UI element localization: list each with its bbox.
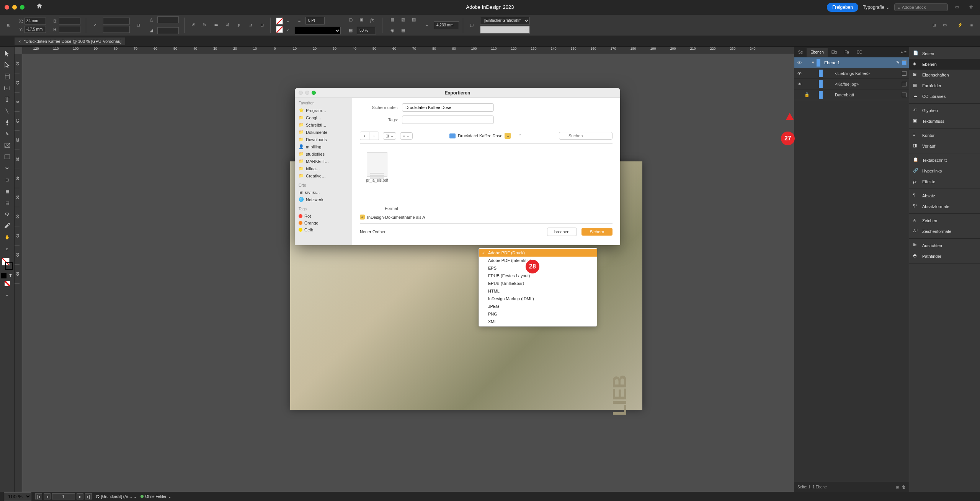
flip-icon2[interactable]: ⊿ xyxy=(246,21,255,30)
layer-root[interactable]: 👁 ▾ Ebene 1 ✎ xyxy=(794,57,909,68)
tab-cc[interactable]: CC xyxy=(853,48,866,57)
sidebar-network[interactable]: 🌐Netzwerk xyxy=(299,196,348,203)
gradient-swatch-tool-icon[interactable]: ▦ xyxy=(2,186,13,197)
screen-mode-icon[interactable]: ▭ xyxy=(940,21,949,30)
first-page-icon[interactable]: |◂ xyxy=(35,493,42,499)
line-tool-icon[interactable]: ╲ xyxy=(2,106,13,116)
pen-tool-icon[interactable] xyxy=(2,117,13,128)
sidebar-studiofiles[interactable]: 📁studiofiles xyxy=(299,150,348,158)
gap-tool-icon[interactable]: |↔| xyxy=(2,83,13,93)
flip-h-icon[interactable]: ⇋ xyxy=(211,21,220,30)
sidebar-google[interactable]: 📁Googl… xyxy=(299,114,348,121)
tags-input[interactable] xyxy=(402,115,494,124)
quick-apply-icon[interactable]: ⚡ xyxy=(956,21,965,30)
tag-yellow[interactable]: Gelb xyxy=(299,226,348,233)
settings-icon[interactable]: ✿ xyxy=(966,3,975,12)
color-profile-dropdown[interactable]: 🗘 [Grundprofil] (Ar… ⌄ xyxy=(96,494,137,499)
textwrap2-icon[interactable]: ▣ xyxy=(357,15,366,24)
fit-icon3[interactable]: ▨ xyxy=(409,15,418,24)
flip-v-icon[interactable]: ⇵ xyxy=(223,21,232,30)
constrain-icon[interactable]: ⊟ xyxy=(134,21,143,30)
group-dropdown[interactable]: ≡ ⌄ xyxy=(400,132,412,140)
shear-input[interactable] xyxy=(157,27,179,34)
forward-icon[interactable]: › xyxy=(369,132,379,140)
corner-icon[interactable]: ⌐ xyxy=(422,21,431,30)
format-option-epub-fixed[interactable]: EPUB (Festes Layout) xyxy=(479,272,597,280)
stroke-style-dropdown[interactable] xyxy=(295,27,341,34)
sidebar-desktop[interactable]: 📁Schreibti… xyxy=(299,121,348,129)
prev-page-icon[interactable]: ◂ xyxy=(44,493,51,499)
stroke-swatch-icon[interactable] xyxy=(276,26,283,33)
sidebar-user[interactable]: 👤m.pilling xyxy=(299,143,348,150)
format-option-html[interactable]: HTML xyxy=(479,287,597,295)
stroke-weight-input[interactable] xyxy=(305,17,325,24)
p-icon[interactable]: P xyxy=(234,21,243,30)
panel-ebenen[interactable]: ◈Ebenen xyxy=(909,59,980,70)
layer-target-icon[interactable] xyxy=(902,60,906,65)
dialog-minimize-icon[interactable] xyxy=(305,91,309,95)
page-tool-icon[interactable] xyxy=(2,71,13,82)
scale-icon[interactable]: ↗ xyxy=(90,21,99,30)
tab-pages[interactable]: Se xyxy=(794,48,807,57)
fit-icon1[interactable]: ▦ xyxy=(388,15,397,24)
adobe-stock-search[interactable]: ⌕ Adobe Stock xyxy=(894,3,948,11)
rotate-ccw-icon[interactable]: ↺ xyxy=(188,21,198,30)
select-container-icon[interactable]: ⊞ xyxy=(257,21,266,30)
sidebar-documents[interactable]: 📁Dokumente xyxy=(299,129,348,136)
h-input[interactable] xyxy=(59,26,80,33)
bridge-icon[interactable]: ⊞ xyxy=(929,21,939,30)
panel-textabschnitt[interactable]: 📋Textabschnitt xyxy=(909,155,980,166)
layer-target-icon[interactable] xyxy=(902,93,906,97)
sidebar-marketing[interactable]: 📁MARKETI… xyxy=(299,158,348,165)
textwrap-icon[interactable]: ▢ xyxy=(346,15,355,24)
tab-properties[interactable]: Eig xyxy=(828,48,841,57)
sidebar-server[interactable]: 🖥srv-isi… xyxy=(299,189,348,196)
sidebar-programs[interactable]: ⭐Program… xyxy=(299,107,348,114)
zoom-dropdown[interactable]: 100 % xyxy=(4,492,31,501)
layer-target-icon[interactable] xyxy=(902,71,906,76)
reference-point-icon[interactable]: ⊞ xyxy=(4,21,13,30)
x-input[interactable] xyxy=(24,18,46,24)
apply-none-icon[interactable] xyxy=(5,281,10,286)
location-caret-icon[interactable]: ⌄ xyxy=(505,133,511,139)
maximize-window-btn[interactable] xyxy=(20,5,24,10)
corner-size-input[interactable] xyxy=(434,21,459,29)
panel-menu-icon[interactable]: ≡ xyxy=(967,21,976,30)
paragraph-style-dropdown[interactable] xyxy=(480,26,530,34)
new-layer-icon[interactable]: ⊞ xyxy=(896,485,899,489)
rectangle-frame-tool-icon[interactable] xyxy=(2,140,13,151)
last-page-icon[interactable]: ▸| xyxy=(85,493,92,499)
panel-textumfluss[interactable]: ▣Textumfluss xyxy=(909,116,980,127)
visibility-icon[interactable]: 👁 xyxy=(797,82,802,86)
scissors-tool-icon[interactable]: ✂ xyxy=(2,163,13,174)
visibility-icon[interactable]: 👁 xyxy=(797,60,802,65)
file-item[interactable]: pr_la_eis.pdf xyxy=(364,152,390,198)
format-option-idml[interactable]: InDesign Markup (IDML) xyxy=(479,295,597,303)
format-option-png[interactable]: PNG xyxy=(479,310,597,318)
panel-absatzformate[interactable]: ¶⁺Absatzformate xyxy=(909,201,980,212)
rotate-input[interactable] xyxy=(157,16,179,23)
view-mode-dropdown[interactable]: ⊞ ⌄ xyxy=(383,132,396,140)
visibility-icon[interactable]: 👁 xyxy=(797,71,802,76)
panel-zeichenformate[interactable]: A⁺Zeichenformate xyxy=(909,226,980,237)
apply-color-icon[interactable] xyxy=(1,273,7,278)
format-option-epub-reflow[interactable]: EPUB (Umfließbar) xyxy=(479,280,597,287)
panel-zeichen[interactable]: AZeichen xyxy=(909,215,980,226)
minimize-window-btn[interactable] xyxy=(12,5,17,10)
direct-selection-tool-icon[interactable] xyxy=(2,60,13,70)
zoom-tool-icon[interactable]: ⌕ xyxy=(2,243,13,254)
note-tool-icon[interactable]: 🗨 xyxy=(2,209,13,220)
panel-ausrichten[interactable]: ⊫Ausrichten xyxy=(909,240,980,251)
format-option-jpeg[interactable]: JPEG xyxy=(479,303,597,310)
cancel-button[interactable]: brechen xyxy=(547,228,577,236)
dialog-maximize-icon[interactable] xyxy=(312,91,316,95)
layer-item-2[interactable]: 👁 <Kaffee.jpg> xyxy=(794,79,909,89)
hand-tool-icon[interactable]: ✋ xyxy=(2,232,13,242)
sidebar-billda[interactable]: 📁billda… xyxy=(299,165,348,172)
rotate-cw-icon[interactable]: ↻ xyxy=(200,21,209,30)
expand-icon[interactable]: ⌃ xyxy=(518,133,522,138)
fit-icon4[interactable]: ◉ xyxy=(388,26,397,35)
layer-item-1[interactable]: 👁 <Lieblings Kaffee> xyxy=(794,68,909,79)
file-browser[interactable]: pr_la_eis.pdf xyxy=(360,148,612,202)
panel-cc[interactable]: ☁CC Libraries xyxy=(909,91,980,102)
